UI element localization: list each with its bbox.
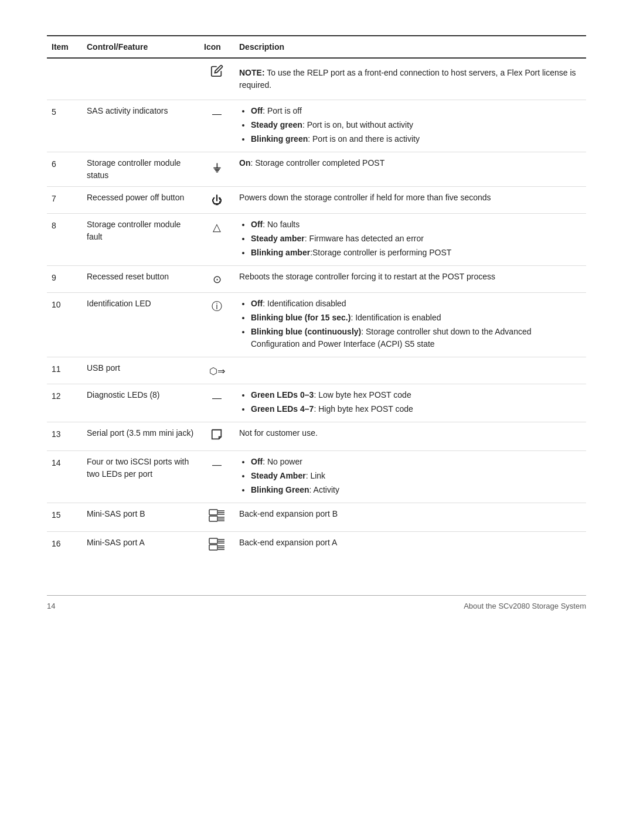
- list-item-bold: Off: [251, 457, 263, 466]
- page-number: 14: [47, 602, 55, 610]
- list-item-bold: Blinking blue (continuously): [251, 327, 361, 336]
- header-control: Control/Feature: [82, 36, 199, 58]
- cell-icon: [199, 503, 234, 532]
- list-item-rest: : High byte hex POST code: [314, 404, 413, 414]
- table-row: 10Identification LEDⓘOff: Identification…: [47, 293, 586, 357]
- svg-rect-0: [209, 510, 217, 515]
- cell-description: Off: No faultsSteady amber: Firmware has…: [234, 214, 586, 266]
- cell-item: 9: [47, 266, 82, 293]
- table-row: 14Four or two iSCSI ports with two LEDs …: [47, 451, 586, 503]
- list-item: Off: Identification disabled: [251, 298, 581, 310]
- list-item-rest: : Port is on, but without activity: [302, 120, 413, 129]
- list-item: Blinking green: Port is on and there is …: [251, 133, 581, 145]
- reset-circle-icon: ⊙: [213, 274, 222, 285]
- desc-list: Off: No faultsSteady amber: Firmware has…: [239, 218, 581, 259]
- cell-control: Mini-SAS port B: [82, 503, 199, 532]
- list-item-bold: Green LEDs 4–7: [251, 404, 314, 414]
- desc-text: Not for customer use.: [239, 427, 581, 439]
- table-row: 11USB port⬡⇒: [47, 357, 586, 384]
- list-item: Green LEDs 4–7: High byte hex POST code: [251, 403, 581, 415]
- cell-item: 14: [47, 451, 82, 503]
- svg-rect-4: [209, 516, 217, 521]
- cell-description: Green LEDs 0–3: Low byte hex POST codeGr…: [234, 384, 586, 422]
- cell-item: [47, 58, 82, 100]
- page-title: About the SCv2080 Storage System: [464, 602, 586, 610]
- cell-item: 7: [47, 187, 82, 214]
- cell-description: Not for customer use.: [234, 422, 586, 451]
- table-row: 9Recessed reset button⊙Reboots the stora…: [47, 266, 586, 293]
- cell-description: On: Storage controller completed POST: [234, 152, 586, 187]
- cell-description: Reboots the storage controller forcing i…: [234, 266, 586, 293]
- desc-list: Off: Port is offSteady green: Port is on…: [239, 105, 581, 145]
- list-item-bold: Steady Amber: [251, 471, 306, 480]
- list-item-rest: : Port is on and there is activity: [308, 134, 420, 144]
- cell-item: 10: [47, 293, 82, 357]
- table-row: 5SAS activity indicators—Off: Port is of…: [47, 100, 586, 152]
- cell-control: Recessed reset button: [82, 266, 199, 293]
- cell-item: 15: [47, 503, 82, 532]
- cell-control: SAS activity indicators: [82, 100, 199, 152]
- list-item-bold: Blinking amber: [251, 248, 310, 257]
- info-circle-icon: ⓘ: [212, 301, 222, 312]
- list-item-rest: : Low byte hex POST code: [314, 390, 411, 399]
- cell-item: 12: [47, 384, 82, 422]
- desc-text: Powers down the storage controller if he…: [239, 192, 581, 204]
- table-row: 6Storage controller module status⏚On: St…: [47, 152, 586, 187]
- power-icon: ⏻: [212, 194, 222, 206]
- cell-control: Recessed power off button: [82, 187, 199, 214]
- list-item-bold: Blinking green: [251, 134, 308, 144]
- serial-port-icon: [210, 428, 223, 441]
- desc-text: Back-end expansion port B: [239, 508, 581, 520]
- cell-icon: [199, 58, 234, 100]
- cell-control: Mini-SAS port A: [82, 532, 199, 561]
- note-icon: [210, 64, 223, 77]
- cell-control: Storage controller module fault: [82, 214, 199, 266]
- cell-icon: [199, 422, 234, 451]
- list-item-bold: Off: [251, 299, 263, 308]
- list-item: Steady green: Port is on, but without ac…: [251, 119, 581, 131]
- cell-control: Diagnostic LEDs (8): [82, 384, 199, 422]
- desc-text: Reboots the storage controller forcing i…: [239, 271, 581, 283]
- triangle-warning-icon: △: [213, 221, 221, 233]
- table-row: 16Mini-SAS port ABack-end expansion port…: [47, 532, 586, 561]
- header-item: Item: [47, 36, 82, 58]
- table-header-row: Item Control/Feature Icon Description: [47, 36, 586, 58]
- list-item: Blinking Green: Activity: [251, 484, 581, 496]
- cell-control: [82, 58, 199, 100]
- list-item: Green LEDs 0–3: Low byte hex POST code: [251, 389, 581, 401]
- list-item-bold: Green LEDs 0–3: [251, 390, 314, 399]
- plus-ground-icon: ⏚: [213, 161, 220, 173]
- cell-description: Back-end expansion port B: [234, 503, 586, 532]
- main-table: Item Control/Feature Icon Description NO…: [47, 35, 586, 560]
- em-dash: —: [212, 393, 222, 403]
- note-box: NOTE: To use the RELP port as a front-en…: [239, 63, 581, 95]
- list-item-rest: : Identification disabled: [263, 299, 346, 308]
- cell-item: 11: [47, 357, 82, 384]
- table-row: 12Diagnostic LEDs (8)—Green LEDs 0–3: Lo…: [47, 384, 586, 422]
- list-item: Off: Port is off: [251, 105, 581, 117]
- list-item-rest: : Identification is enabled: [350, 313, 441, 322]
- cell-control: Four or two iSCSI ports with two LEDs pe…: [82, 451, 199, 503]
- list-item-bold: Blinking blue (for 15 sec.): [251, 313, 350, 322]
- table-row: 7Recessed power off button⏻Powers down t…: [47, 187, 586, 214]
- list-item-rest: : Link: [306, 471, 325, 480]
- list-item: Blinking blue (for 15 sec.): Identificat…: [251, 312, 581, 324]
- cell-icon: [199, 532, 234, 561]
- mini-sas-icon: [209, 509, 225, 522]
- list-item-bold: Steady green: [251, 120, 302, 129]
- cell-item: 6: [47, 152, 82, 187]
- header-description: Description: [234, 36, 586, 58]
- em-dash: —: [212, 460, 222, 470]
- cell-control: Serial port (3.5 mm mini jack): [82, 422, 199, 451]
- header-icon: Icon: [199, 36, 234, 58]
- cell-icon: —: [199, 451, 234, 503]
- table-row: 13Serial port (3.5 mm mini jack)Not for …: [47, 422, 586, 451]
- cell-description: NOTE: To use the RELP port as a front-en…: [234, 58, 586, 100]
- cell-icon: ⊙: [199, 266, 234, 293]
- list-item-bold: Blinking Green: [251, 485, 309, 494]
- list-item: Off: No faults: [251, 218, 581, 231]
- cell-item: 8: [47, 214, 82, 266]
- cell-description: Off: No powerSteady Amber: LinkBlinking …: [234, 451, 586, 503]
- desc-text: Back-end expansion port A: [239, 537, 581, 549]
- svg-rect-12: [209, 545, 217, 550]
